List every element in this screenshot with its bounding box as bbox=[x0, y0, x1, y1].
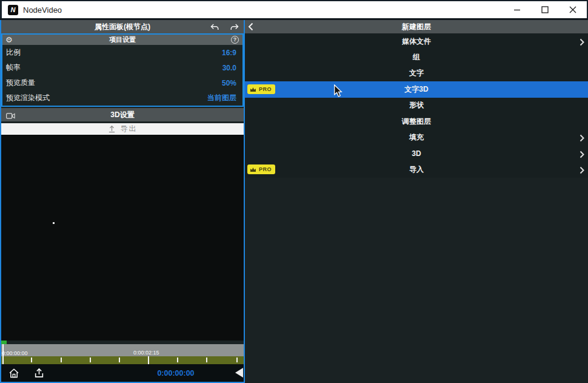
setting-row-preview-render-mode: 预览渲染模式当前图层 bbox=[2, 90, 242, 106]
project-settings-section: ⚙ 项目设置 ? 比例16:9帧率30.0预览质量50%预览渲染模式当前图层 bbox=[1, 33, 244, 107]
setting-label: 预览质量 bbox=[6, 78, 35, 88]
timeline-ruler[interactable] bbox=[1, 356, 244, 364]
chevron-right-icon bbox=[580, 150, 584, 161]
menu-item-label: 填充 bbox=[409, 132, 424, 143]
setting-row-preview-quality: 预览质量50% bbox=[2, 75, 242, 90]
help-icon[interactable]: ? bbox=[231, 36, 239, 44]
properties-panel-header: 属性面板(根节点) bbox=[1, 20, 244, 33]
ruler-tick bbox=[206, 358, 207, 362]
ruler-tick bbox=[61, 358, 62, 362]
setting-row-frame-rate: 帧率30.0 bbox=[2, 60, 242, 75]
menu-item-3d[interactable]: 3D bbox=[245, 146, 588, 161]
title-bar: N NodeVideo bbox=[0, 1, 588, 18]
ruler-tick bbox=[177, 358, 178, 362]
properties-panel-title: 属性面板(根节点) bbox=[95, 22, 150, 32]
setting-label: 帧率 bbox=[6, 63, 21, 73]
share-export-icon[interactable] bbox=[34, 368, 44, 378]
menu-item-import[interactable]: PRO导入 bbox=[245, 161, 588, 177]
project-settings-rows: 比例16:9帧率30.0预览质量50%预览渲染模式当前图层 bbox=[2, 45, 242, 106]
bottom-toolbar: 0:00:00:00 bbox=[1, 364, 244, 382]
pro-badge-label: PRO bbox=[259, 166, 272, 172]
setting-row-ratio: 比例16:9 bbox=[2, 45, 242, 60]
preview-viewport[interactable] bbox=[1, 135, 244, 341]
chevron-right-icon bbox=[580, 166, 584, 177]
menu-item-fill[interactable]: 填充 bbox=[245, 129, 588, 145]
settings-3d-section[interactable]: 3D设置 bbox=[1, 108, 244, 121]
setting-value[interactable]: 30.0 bbox=[222, 64, 236, 72]
gear-icon: ⚙ bbox=[5, 35, 13, 45]
setting-label: 比例 bbox=[6, 47, 21, 58]
ruler-tick bbox=[90, 358, 91, 362]
export-label: 导出 bbox=[121, 124, 138, 134]
pro-badge: PRO bbox=[247, 164, 275, 174]
close-button[interactable] bbox=[559, 1, 587, 18]
app-window: N NodeVideo 属性面板(根节点) bbox=[0, 0, 588, 383]
play-reverse-icon[interactable] bbox=[235, 368, 243, 378]
new-layer-header: 新建图层 bbox=[245, 20, 588, 33]
window-controls bbox=[503, 1, 587, 18]
timeline-mid-time: 0:00:02:15 bbox=[133, 350, 159, 356]
ruler-tick bbox=[31, 358, 32, 362]
menu-item-label: 文字3D bbox=[404, 84, 428, 95]
timeline-scrollbar[interactable]: 0:00:00:00 0:00:02:15 bbox=[1, 344, 244, 356]
maximize-button[interactable] bbox=[531, 1, 559, 18]
ruler-tick bbox=[119, 358, 120, 362]
menu-item-text-3d[interactable]: PRO文字3D bbox=[245, 81, 588, 97]
setting-value[interactable]: 50% bbox=[222, 79, 236, 87]
export-button[interactable]: 导出 bbox=[1, 123, 244, 135]
video-camera-icon bbox=[6, 111, 15, 122]
ruler-tick bbox=[236, 358, 238, 362]
menu-item-label: 3D bbox=[412, 149, 421, 158]
project-settings-header: ⚙ 项目设置 ? bbox=[2, 35, 242, 45]
mouse-cursor bbox=[333, 84, 342, 98]
menu-item-label: 调整图层 bbox=[402, 117, 431, 127]
ruler-tick bbox=[148, 356, 149, 364]
setting-value[interactable]: 当前图层 bbox=[207, 93, 236, 103]
menu-item-text[interactable]: 文字 bbox=[245, 66, 588, 81]
chevron-right-icon bbox=[580, 38, 584, 49]
redo-icon[interactable] bbox=[228, 22, 240, 32]
playhead-line[interactable] bbox=[2, 344, 4, 364]
menu-item-adjustment-layer[interactable]: 调整图层 bbox=[245, 114, 588, 129]
new-layer-title: 新建图层 bbox=[402, 22, 431, 32]
menu-item-shape[interactable]: 形状 bbox=[245, 98, 588, 114]
current-time-display[interactable]: 0:00:00:00 bbox=[156, 369, 195, 378]
upload-arrow-icon bbox=[108, 125, 116, 133]
setting-value[interactable]: 16:9 bbox=[222, 49, 236, 57]
menu-item-label: 形状 bbox=[409, 100, 424, 110]
menu-item-label: 文字 bbox=[409, 68, 424, 78]
app-logo-icon: N bbox=[8, 5, 18, 15]
minimize-button[interactable] bbox=[503, 1, 531, 18]
back-chevron-icon[interactable] bbox=[248, 22, 259, 32]
pro-badge: PRO bbox=[247, 84, 275, 94]
project-settings-title: 项目设置 bbox=[2, 35, 242, 44]
menu-item-media-file[interactable]: 媒体文件 bbox=[245, 33, 588, 49]
timeline-start-time: 0:00:00:00 bbox=[2, 350, 28, 356]
setting-label: 预览渲染模式 bbox=[6, 93, 50, 103]
new-layer-panel: 新建图层 媒体文件组文字PRO文字3D形状调整图层填充3DPRO导入 bbox=[245, 20, 588, 383]
menu-item-group[interactable]: 组 bbox=[245, 49, 588, 65]
pro-badge-label: PRO bbox=[259, 86, 272, 92]
properties-panel: 属性面板(根节点) ⚙ 项目设置 ? 比例16:9帧率30.0预览质量50%预览… bbox=[0, 20, 245, 383]
menu-item-label: 媒体文件 bbox=[402, 36, 431, 47]
settings-3d-title: 3D设置 bbox=[110, 110, 134, 120]
viewport-object-dot bbox=[53, 222, 55, 224]
home-icon[interactable] bbox=[8, 368, 19, 379]
new-layer-menu: 媒体文件组文字PRO文字3D形状调整图层填充3DPRO导入 bbox=[245, 33, 588, 178]
menu-item-label: 组 bbox=[413, 52, 420, 63]
chevron-right-icon bbox=[580, 134, 584, 144]
app-title: NodeVideo bbox=[23, 5, 62, 15]
menu-item-label: 导入 bbox=[409, 164, 424, 175]
undo-icon[interactable] bbox=[209, 22, 221, 32]
